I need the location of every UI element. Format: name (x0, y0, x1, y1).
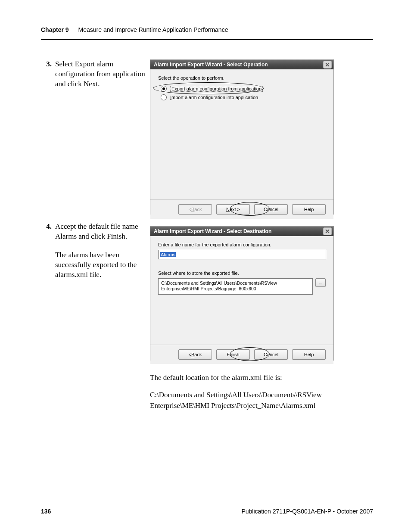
close-icon (325, 62, 330, 67)
dialog-title: Alarm Import Export Wizard - Select Dest… (154, 228, 271, 234)
help-button[interactable]: Help (292, 204, 326, 215)
radio-icon (161, 86, 167, 92)
publication-id: Publication 2711P-QS001A-EN-P - October … (241, 508, 373, 515)
cancel-button[interactable]: Cancel (254, 349, 288, 360)
close-button[interactable] (323, 227, 332, 235)
close-button[interactable] (323, 61, 332, 68)
option-export[interactable]: Export alarm configuration from applicat… (161, 86, 326, 92)
option-import-label: Import alarm configuration into applicat… (170, 95, 258, 100)
close-icon (325, 229, 330, 233)
step-number: 4. (43, 222, 52, 242)
step-text: Accept the default file name Alarms and … (55, 222, 146, 242)
option-export-label: Export alarm configuration from applicat… (170, 86, 263, 92)
filename-value: Alarms (160, 252, 176, 257)
cancel-button[interactable]: Cancel (254, 204, 288, 215)
browse-button[interactable]: ... (315, 278, 326, 287)
back-button: < Back (178, 204, 212, 215)
filename-prompt: Enter a file name for the exported alarm… (158, 242, 326, 247)
button-row: < Back Next > Cancel Help (150, 199, 333, 219)
step-text: Select Export alarm configuration from a… (55, 59, 146, 89)
titlebar: Alarm Import Export Wizard - Select Oper… (150, 60, 333, 69)
back-button[interactable]: < Back (178, 349, 212, 360)
dialog-title: Alarm Import Export Wizard - Select Oper… (154, 62, 268, 68)
header-rule (41, 39, 373, 40)
finish-button[interactable]: Finish (216, 349, 250, 360)
body-paragraph-2: C:\Documents and Settings\All Users\Docu… (150, 390, 374, 411)
path-display: C:\Documents and Settings\All Users\Docu… (158, 278, 313, 295)
operation-prompt: Select the operation to perform. (158, 75, 326, 81)
page-number: 136 (41, 508, 51, 515)
step-3: 3. Select Export alarm configuration fro… (43, 59, 146, 89)
help-button[interactable]: Help (292, 349, 326, 360)
location-prompt: Select where to store the exported file. (158, 271, 326, 276)
step-followup: The alarms have been successfully export… (55, 250, 146, 280)
body-paragraph-1: The default location for the alarm.xml f… (150, 373, 374, 383)
page-footer: 136 Publication 2711P-QS001A-EN-P - Octo… (41, 508, 373, 515)
dialog-select-operation: Alarm Import Export Wizard - Select Oper… (150, 59, 334, 215)
option-import[interactable]: Import alarm configuration into applicat… (161, 94, 326, 100)
filename-input[interactable]: Alarms (158, 250, 326, 259)
chapter-label: Chapter 9 (41, 26, 69, 33)
page-header: Chapter 9 Measure and Improve Runtime Ap… (41, 26, 373, 40)
step-number: 3. (43, 59, 52, 89)
step-4: 4. Accept the default file name Alarms a… (43, 222, 146, 280)
chapter-title: Measure and Improve Runtime Application … (78, 26, 228, 33)
dialog-select-destination: Alarm Import Export Wizard - Select Dest… (150, 226, 334, 361)
next-button[interactable]: Next > (216, 204, 250, 215)
titlebar: Alarm Import Export Wizard - Select Dest… (150, 227, 333, 236)
radio-icon (161, 94, 167, 100)
button-row: < Back Finish Cancel Help (150, 345, 333, 364)
